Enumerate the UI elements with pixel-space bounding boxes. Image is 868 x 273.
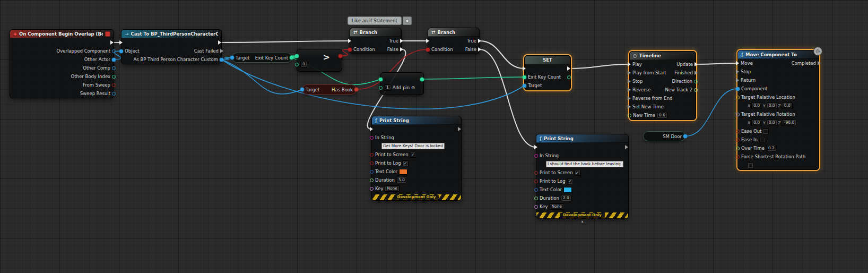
b1-false-pin[interactable] [400,47,403,52]
pin-pin[interactable] [625,145,628,149]
event-exec-pin[interactable] [110,40,114,45]
set-target-pin[interactable] [523,84,526,88]
tl-update-pin[interactable] [695,62,698,66]
event-otheractor-pin[interactable] [112,58,116,62]
pin-pin[interactable] [628,71,631,75]
add-a-pin[interactable] [379,78,383,81]
set-in-pin[interactable] [523,66,526,71]
pin-pin[interactable] [370,178,374,182]
value-box[interactable]: 0 [300,61,307,67]
gt-out-pin[interactable] [338,54,342,58]
pin-pin[interactable] [370,136,374,140]
pin-pin[interactable] [694,88,698,92]
node-add[interactable]: 1Add pin ⊕ [380,72,424,95]
value-box[interactable]: 0.0 [751,120,762,126]
color-swatch[interactable] [399,169,407,175]
node-header[interactable]: →Cast To BP_ThirdPersonCharacterCustom [121,30,221,38]
pin-pin[interactable] [112,75,116,79]
node-print-string-1[interactable]: ƒPrint StringIn StringGet More Keys! Doo… [371,116,462,201]
value-box[interactable]: 0.0 [782,103,793,109]
pin-pin[interactable] [628,79,631,83]
gek-out-pin[interactable] [290,56,293,59]
node-branch-2[interactable]: ⇄BranchTrueConditionFalse [428,28,480,54]
pin-pin[interactable] [112,92,116,96]
checkbox[interactable]: ✓ [403,160,409,166]
node-header[interactable]: ⇄Branch [428,28,479,37]
value-box[interactable]: 0.0 [657,112,667,118]
node-header[interactable]: ƒPrint String [536,134,628,143]
pin-pin[interactable] [736,130,740,133]
pin-pin[interactable] [534,205,538,209]
pin-pin[interactable] [112,49,116,53]
pin-pin[interactable] [628,96,631,100]
pin-pin[interactable] [379,86,383,90]
pin-pin[interactable] [112,83,116,87]
value-box[interactable]: None [549,203,564,210]
pin-pin[interactable] [818,61,821,65]
gt-a-pin[interactable] [295,54,299,58]
value-box[interactable]: None [385,185,400,192]
cast-aschar-pin[interactable] [220,58,223,62]
pin-pin[interactable] [736,138,740,142]
node-header[interactable]: ƒPrint String [372,116,461,125]
pin-pin[interactable] [370,153,374,157]
pin-pin[interactable] [736,113,740,116]
node-get-exit-key-count[interactable]: TargetExit Key Count [232,53,292,63]
node-header[interactable]: SET [525,56,570,64]
color-swatch[interactable] [563,187,572,193]
checkbox[interactable] [763,129,769,134]
node-print-string-2[interactable]: ƒPrint StringIn StringI should find the … [536,134,629,219]
pin-pin[interactable] [736,96,740,99]
node-header[interactable]: ƒMove Component To [738,50,819,59]
pin-pin[interactable] [736,147,740,150]
text-input[interactable]: I should find the book before leaving ..… [546,161,623,167]
pin-pin[interactable] [695,71,698,75]
collapse-arrow-icon[interactable]: ▴ [581,219,583,224]
value-box[interactable]: 0.2 [766,145,777,151]
pin-pin[interactable] [458,127,461,131]
node-on-component-begin-overlap[interactable]: ◈On Component Begin Overlap (Box collisi… [10,29,114,98]
tl-play-pin[interactable] [628,62,631,66]
pin-pin[interactable] [534,154,538,158]
hb-target-pin[interactable] [300,88,304,91]
comment-bubble[interactable]: Like an if Statement [348,16,412,25]
b2-true-pin[interactable] [478,39,481,43]
checkbox[interactable] [759,137,765,143]
set-val-pin[interactable] [523,75,526,79]
node-set-exit-key-count[interactable]: SETExit Key CountTarget [524,55,571,90]
pin-pin[interactable] [736,155,740,159]
pin-pin[interactable] [628,105,631,109]
node-header[interactable]: ⇄Branch [350,28,401,37]
door-out-pin[interactable] [683,134,687,138]
node-header[interactable]: ◈On Component Begin Overlap (Box collisi… [10,30,114,38]
pin-pin[interactable] [694,80,698,83]
value-box[interactable]: 0.0 [767,103,777,109]
checkbox[interactable]: ✓ [575,170,580,176]
pin-pin[interactable] [628,88,631,92]
ps2-in-pin[interactable] [534,145,537,149]
b1-true-pin[interactable] [400,39,403,43]
value-box[interactable]: -90.0 [782,120,796,126]
pin-pin[interactable] [112,66,116,70]
value-box[interactable]: 0.0 [751,103,762,109]
gek-target-pin[interactable] [230,56,234,59]
pin-pin[interactable] [736,70,739,74]
node-branch-1[interactable]: ⇄BranchTrueConditionFalse [350,28,402,54]
node-move-component-to[interactable]: ƒMove Component To◷MoveCompletedStopRetu… [737,50,819,170]
node-timeline[interactable]: ◷TimelinePlayUpdatePlay from StartFinish… [629,51,696,120]
pin-pin[interactable] [534,197,538,200]
node-cast-to-bp-thirdpersoncharactercustom[interactable]: →Cast To BP_ThirdPersonCharacterCustomOb… [121,29,222,64]
node-greater-than[interactable]: >0 [297,49,342,72]
mv-comp-pin[interactable] [736,87,740,91]
pin-pin[interactable] [534,188,538,192]
mv-move-pin[interactable] [736,61,739,65]
b1-cond-pin[interactable] [348,48,352,52]
vector-input[interactable]: X0.0Y0.0Z-90.0 [748,120,796,126]
value-box[interactable]: 5.0 [396,177,407,183]
b1-in-pin[interactable] [348,39,351,43]
bubble-pin-icon[interactable] [403,16,412,25]
b2-false-pin[interactable] [478,47,481,52]
pin-pin[interactable] [295,63,299,66]
pin-pin[interactable] [567,75,571,79]
blueprint-graph-canvas[interactable]: ◈On Component Begin Overlap (Box collisi… [0,0,868,273]
